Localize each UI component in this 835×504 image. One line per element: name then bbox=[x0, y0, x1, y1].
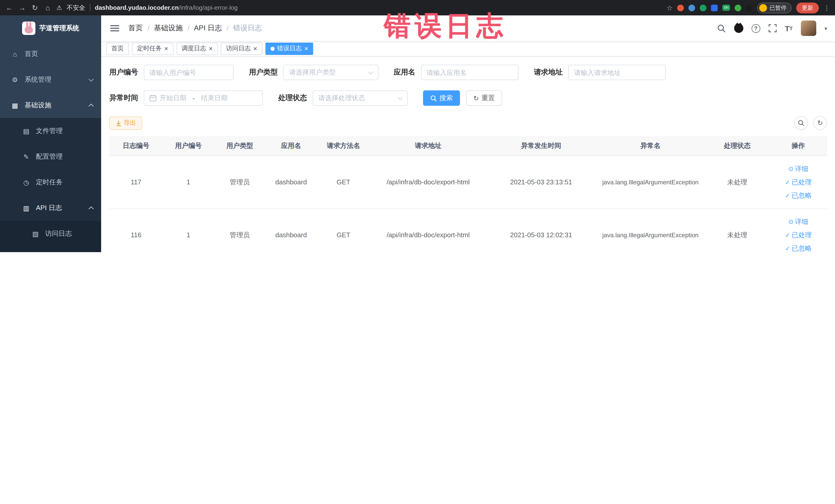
logo-title: 芋道管理系统 bbox=[39, 24, 79, 33]
app-name-input-field[interactable] bbox=[427, 65, 513, 80]
close-icon[interactable]: × bbox=[164, 45, 168, 52]
close-icon[interactable]: × bbox=[304, 45, 308, 52]
sidebar-item-api-log[interactable]: ▥API 日志 bbox=[0, 195, 101, 221]
sidebar-logo[interactable]: 芋道管理系统 bbox=[0, 15, 101, 41]
action-已处理[interactable]: ✓已处理 bbox=[770, 175, 827, 189]
sidebar-item-job[interactable]: ◷定时任务 bbox=[0, 169, 101, 195]
cell-user_id: 1 bbox=[163, 208, 214, 252]
column-header[interactable]: 异常发生时间 bbox=[486, 136, 596, 156]
back-icon[interactable]: ← bbox=[5, 4, 13, 12]
fullscreen-icon[interactable] bbox=[768, 24, 776, 32]
github-icon[interactable] bbox=[734, 24, 743, 33]
sidebar-item-file[interactable]: ▤文件管理 bbox=[0, 118, 101, 144]
breadcrumb-item[interactable]: 基础设施 bbox=[154, 24, 183, 33]
exception-time-label: 异常时间 bbox=[109, 94, 138, 103]
extension-icon[interactable] bbox=[746, 4, 753, 11]
export-button[interactable]: 导出 bbox=[109, 116, 142, 130]
extension-icon[interactable] bbox=[735, 4, 741, 11]
extension-icon[interactable] bbox=[688, 4, 695, 11]
request-url-input-field[interactable] bbox=[574, 65, 660, 80]
column-header[interactable]: 处理状态 bbox=[705, 136, 770, 156]
sidebar-item-home[interactable]: ⌂首页 bbox=[0, 41, 101, 67]
process-status-select[interactable]: 请选择处理状态 bbox=[313, 90, 408, 106]
tab-label: 首页 bbox=[111, 44, 124, 53]
column-header[interactable]: 请求方法名 bbox=[317, 136, 370, 156]
chevron-down-icon bbox=[88, 76, 94, 81]
close-icon[interactable]: × bbox=[253, 45, 257, 52]
toggle-search-button[interactable] bbox=[794, 116, 808, 130]
folder-icon: ▤ bbox=[22, 127, 31, 135]
extension-on-badge[interactable]: on bbox=[722, 5, 730, 11]
app-name-label: 应用名 bbox=[394, 68, 415, 77]
cell-user_type: 管理员 bbox=[214, 156, 265, 208]
address-bar[interactable]: dashboard.yudao.iocoder.cn/infra/log/api… bbox=[95, 4, 238, 11]
column-header[interactable]: 操作 bbox=[770, 136, 827, 156]
help-icon[interactable]: ? bbox=[751, 24, 760, 33]
chevron-down-icon[interactable]: ▾ bbox=[824, 25, 827, 31]
sidebar-item-label: 定时任务 bbox=[36, 178, 63, 187]
tab-调度日志[interactable]: 调度日志× bbox=[176, 42, 218, 55]
forward-icon[interactable]: → bbox=[18, 4, 26, 12]
sidebar-item-label: 首页 bbox=[25, 49, 38, 59]
tab-访问日志[interactable]: 访问日志× bbox=[221, 42, 262, 55]
extension-icon[interactable] bbox=[677, 4, 684, 11]
close-icon[interactable]: × bbox=[209, 45, 212, 52]
action-已忽略[interactable]: ✓已忽略 bbox=[770, 189, 827, 202]
date-range-picker[interactable]: 开始日期 - 结束日期 bbox=[144, 90, 263, 106]
extensions-area: ☆ on 已暂停 更新 ⋮ bbox=[667, 2, 830, 13]
date-separator: - bbox=[189, 94, 198, 102]
user-id-input-field[interactable] bbox=[149, 65, 228, 80]
cell-url: /api/infra/db-doc/export-html bbox=[370, 156, 486, 208]
cell-status: 未处理 bbox=[705, 208, 770, 252]
column-header[interactable]: 请求地址 bbox=[370, 136, 486, 156]
action-详细[interactable]: ⊙详细 bbox=[770, 215, 827, 228]
user-id-input[interactable] bbox=[144, 65, 233, 80]
app-name-input[interactable] bbox=[421, 65, 518, 80]
column-header[interactable]: 用户编号 bbox=[163, 136, 214, 156]
chevron-down-icon bbox=[368, 69, 373, 74]
browser-menu-icon[interactable]: ⋮ bbox=[823, 4, 830, 12]
breadcrumb-item[interactable]: 首页 bbox=[128, 24, 143, 33]
cell-time: 2021-05-03 23:13:51 bbox=[486, 156, 596, 208]
sidebar-item-access-log[interactable]: ▧访问日志 bbox=[0, 221, 101, 246]
sidebar-item-error-log[interactable]: ▨错误日志 bbox=[0, 246, 101, 252]
browser-profile-pill[interactable]: 已暂停 bbox=[757, 2, 792, 13]
browser-chrome: ← → ↻ ⌂ ⚠ 不安全 dashboard.yudao.iocoder.cn… bbox=[0, 0, 835, 15]
action-详细[interactable]: ⊙详细 bbox=[770, 162, 827, 175]
home-icon[interactable]: ⌂ bbox=[44, 4, 52, 12]
reset-button[interactable]: ↻ 重置 bbox=[466, 90, 502, 106]
search-button[interactable]: 搜索 bbox=[423, 90, 460, 106]
extension-icon[interactable] bbox=[711, 4, 718, 11]
update-button[interactable]: 更新 bbox=[796, 2, 819, 13]
gear-icon: ⚙ bbox=[10, 76, 20, 83]
bookmark-star-icon[interactable]: ☆ bbox=[667, 4, 673, 12]
security-label[interactable]: 不安全 bbox=[67, 3, 85, 12]
reload-icon[interactable]: ↻ bbox=[31, 4, 39, 12]
clock-icon: ◷ bbox=[22, 178, 31, 186]
sidebar-item-infra[interactable]: ▦基础设施 bbox=[0, 93, 101, 118]
tab-首页[interactable]: 首页 bbox=[106, 42, 129, 55]
cell-time: 2021-05-03 12:02:31 bbox=[486, 208, 596, 252]
refresh-table-button[interactable]: ↻ bbox=[813, 116, 827, 130]
search-icon[interactable] bbox=[717, 24, 726, 33]
sidebar-item-config[interactable]: ✎配置管理 bbox=[0, 144, 101, 169]
cell-id: 117 bbox=[109, 156, 163, 208]
tab-错误日志[interactable]: 错误日志× bbox=[265, 42, 313, 55]
tab-定时任务[interactable]: 定时任务× bbox=[132, 42, 173, 55]
column-header[interactable]: 异常名 bbox=[596, 136, 705, 156]
column-header[interactable]: 日志编号 bbox=[109, 136, 163, 156]
request-url-input[interactable] bbox=[568, 65, 666, 80]
column-header[interactable]: 用户类型 bbox=[214, 136, 265, 156]
action-已忽略[interactable]: ✓已忽略 bbox=[770, 242, 827, 252]
user-type-select[interactable]: 请选择用户类型 bbox=[283, 65, 378, 80]
hamburger-icon[interactable] bbox=[109, 23, 120, 33]
font-size-icon[interactable]: TT bbox=[785, 24, 793, 33]
breadcrumb-item[interactable]: API 日志 bbox=[194, 24, 222, 33]
tab-label: 错误日志 bbox=[277, 44, 302, 53]
extension-icon[interactable] bbox=[700, 4, 707, 11]
action-已处理[interactable]: ✓已处理 bbox=[770, 228, 827, 242]
column-header[interactable]: 应用名 bbox=[265, 136, 317, 156]
eye-icon: ⊙ bbox=[788, 165, 793, 172]
avatar[interactable] bbox=[801, 21, 816, 36]
sidebar-item-system[interactable]: ⚙系统管理 bbox=[0, 67, 101, 93]
